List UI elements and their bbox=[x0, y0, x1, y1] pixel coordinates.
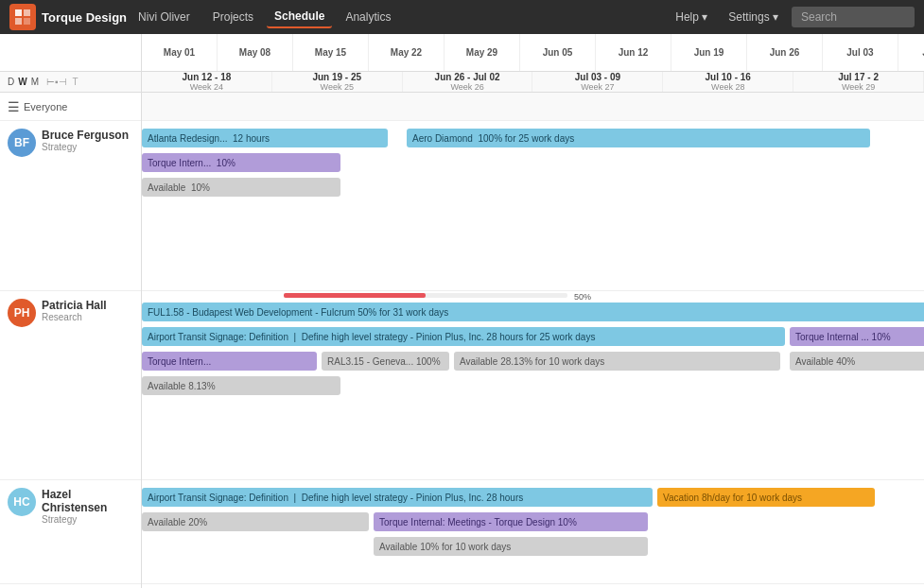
schedule-row-bruce: Atlanta Redesign... 12 hours Aero Diamon… bbox=[142, 121, 924, 291]
view-toggles: D W M ⊢▪⊣ T bbox=[0, 72, 142, 92]
bar-available-patricia-2[interactable]: Available 28.13% for 10 work days bbox=[454, 352, 780, 371]
avatar-bruce: BF bbox=[8, 129, 36, 157]
person-info-patricia: Patricia Hall Research bbox=[42, 299, 107, 322]
bar-torque-intern2-patricia[interactable]: Torque Intern... bbox=[142, 352, 317, 371]
tl-date-Jun05: Jun 05 bbox=[520, 34, 596, 71]
timeline-header: May 01May 08May 15May 22May 29Jun 05Jun … bbox=[0, 34, 924, 72]
week-Week26: Jun 26 - Jul 02Week 26 bbox=[403, 72, 533, 92]
toggle-m[interactable]: M bbox=[31, 77, 39, 87]
svg-rect-0 bbox=[15, 9, 22, 16]
person-row-brooklyn: BJ Brooklyn Jansen Creative bbox=[0, 584, 141, 588]
person-row-bruce: BF Bruce Ferguson Strategy bbox=[0, 121, 141, 291]
bar-vacation-hazel[interactable]: Vacation 8h/day for 10 work days bbox=[657, 488, 875, 507]
person-role-bruce: Strategy bbox=[42, 142, 129, 152]
bar-available-patricia-3[interactable]: Available 40% bbox=[790, 352, 924, 371]
main-content: ☰ Everyone BF Bruce Ferguson Strategy PH… bbox=[0, 93, 924, 588]
bar-ral315[interactable]: RAL3.15 - Geneva... 100% bbox=[322, 352, 449, 371]
bar-airport-transit-hazel[interactable]: Airport Transit Signage: Definition | De… bbox=[142, 488, 653, 507]
week-Week25: Jun 19 - 25Week 25 bbox=[272, 72, 403, 92]
bar-ful158[interactable]: FUL1.58 - Budapest Web Development - Ful… bbox=[142, 303, 924, 321]
person-info-hazel: Hazel Christensen Strategy bbox=[42, 488, 133, 525]
nav-analytics[interactable]: Analytics bbox=[338, 7, 398, 27]
person-name-patricia: Patricia Hall bbox=[42, 299, 107, 312]
timeline-t-marker: T bbox=[73, 77, 78, 87]
week-Week27: Jul 03 - 09Week 27 bbox=[532, 72, 663, 92]
toggle-w[interactable]: W bbox=[18, 77, 26, 87]
app-logo[interactable] bbox=[9, 4, 36, 30]
schedule-row-hazel: Airport Transit Signage: Definition | De… bbox=[142, 480, 924, 584]
tl-date-Jun26: Jun 26 bbox=[747, 34, 823, 71]
person-row-hazel: HC Hazel Christensen Strategy bbox=[0, 480, 141, 584]
avatar-patricia: PH bbox=[8, 299, 36, 327]
left-panel: ☰ Everyone BF Bruce Ferguson Strategy PH… bbox=[0, 93, 142, 588]
svg-rect-2 bbox=[15, 18, 22, 25]
tl-date-May15: May 15 bbox=[293, 34, 369, 71]
timeline-left-spacer bbox=[0, 34, 142, 71]
slider-control[interactable]: ⊢▪⊣ bbox=[46, 77, 67, 87]
bar-airport-transit-patricia[interactable]: Airport Transit Signage: Definition | De… bbox=[142, 327, 785, 346]
bar-available-hazel[interactable]: Available 20% bbox=[142, 512, 369, 531]
bar-aero-diamond[interactable]: Aero Diamond 100% for 25 work days bbox=[407, 129, 870, 147]
avatar-hazel: HC bbox=[8, 488, 36, 516]
svg-rect-3 bbox=[24, 18, 30, 25]
toggle-d[interactable]: D bbox=[8, 77, 14, 87]
week-Week29: Jul 17 - 2Week 29 bbox=[793, 72, 924, 92]
date-markers-row: Jun 12 - 18Week 24Jun 19 - 25Week 25Jun … bbox=[142, 72, 924, 92]
bar-torque-internal-hazel[interactable]: Torque Internal: Meetings - Torque Desig… bbox=[374, 512, 648, 531]
help-button[interactable]: Help ▾ bbox=[668, 7, 715, 27]
user-name: Nivi Oliver bbox=[138, 10, 190, 24]
schedule-row-brooklyn: Airport Transit Signage: Project Managem… bbox=[142, 584, 924, 588]
subheader: D W M ⊢▪⊣ T Jun 12 - 18Week 24Jun 19 - 2… bbox=[0, 72, 924, 93]
filter-spacer-row bbox=[142, 93, 924, 121]
menu-icon: ☰ bbox=[8, 99, 20, 114]
filter-everyone[interactable]: ☰ Everyone bbox=[0, 93, 141, 121]
person-row-patricia: PH Patricia Hall Research bbox=[0, 291, 141, 480]
bar-available-patricia-4[interactable]: Available 8.13% bbox=[142, 376, 340, 395]
nav-projects[interactable]: Projects bbox=[205, 7, 261, 27]
person-info-bruce: Bruce Ferguson Strategy bbox=[42, 129, 129, 152]
tl-date-May01: May 01 bbox=[142, 34, 218, 71]
tl-date-Jun19: Jun 19 bbox=[671, 34, 747, 71]
tl-date-May22: May 22 bbox=[369, 34, 445, 71]
svg-rect-1 bbox=[24, 9, 30, 16]
filter-label: Everyone bbox=[24, 101, 67, 112]
bar-torque-intern-bruce[interactable]: Torque Intern... 10% bbox=[142, 153, 340, 172]
person-name-hazel: Hazel Christensen bbox=[42, 488, 133, 514]
progress-track-patricia: 50% bbox=[284, 293, 567, 298]
progress-fill-patricia bbox=[284, 293, 426, 298]
brand-name: Torque Design bbox=[42, 10, 127, 25]
settings-button[interactable]: Settings ▾ bbox=[721, 7, 786, 27]
person-role-hazel: Strategy bbox=[42, 514, 133, 525]
schedule-row-patricia: 50% FUL1.58 - Budapest Web Development -… bbox=[142, 291, 924, 480]
schedule-grid: Atlanta Redesign... 12 hours Aero Diamon… bbox=[142, 93, 924, 588]
person-name-bruce: Bruce Ferguson bbox=[42, 129, 129, 142]
bar-available-hazel-2[interactable]: Available 10% for 10 work days bbox=[374, 537, 648, 556]
bar-torque-internal-patricia[interactable]: Torque Internal ... 10% bbox=[790, 327, 924, 346]
week-Week24: Jun 12 - 18Week 24 bbox=[142, 72, 272, 92]
nav-schedule[interactable]: Schedule bbox=[267, 6, 332, 28]
tl-date-Jul03: Jul 03 bbox=[823, 34, 898, 71]
timeline-dates: May 01May 08May 15May 22May 29Jun 05Jun … bbox=[142, 34, 924, 71]
week-Week28: Jul 10 - 16Week 28 bbox=[663, 72, 793, 92]
bar-atlanta-redesign[interactable]: Atlanta Redesign... 12 hours bbox=[142, 129, 388, 147]
tl-date-Jul10: Jul 10 bbox=[898, 34, 924, 71]
search-input[interactable] bbox=[792, 7, 915, 27]
tl-date-May08: May 08 bbox=[218, 34, 293, 71]
tl-date-May29: May 29 bbox=[445, 34, 520, 71]
person-role-patricia: Research bbox=[42, 312, 107, 322]
tl-date-Jun12: Jun 12 bbox=[596, 34, 671, 71]
navbar: Torque Design Nivi Oliver Projects Sched… bbox=[0, 0, 924, 34]
bar-available-bruce[interactable]: Available 10% bbox=[142, 178, 340, 197]
